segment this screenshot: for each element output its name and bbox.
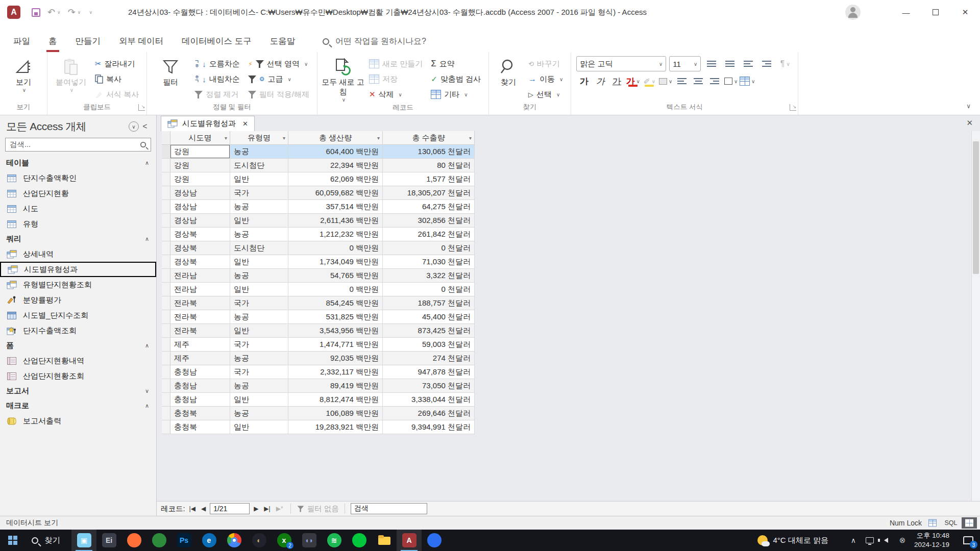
action-center-button[interactable]: 3 — [957, 530, 980, 551]
find-button[interactable]: 찾기 — [493, 56, 524, 87]
ribbon-tab-외부 데이터[interactable]: 외부 데이터 — [110, 31, 173, 52]
cell[interactable]: 18,305,207 천달러 — [383, 186, 475, 200]
column-filter-icon[interactable]: ▾ — [283, 135, 285, 141]
cell[interactable]: 전라북 — [170, 324, 230, 338]
new-record-button[interactable]: 새로 만들기 — [365, 56, 426, 71]
cell[interactable]: 강원 — [170, 172, 230, 186]
minimize-button[interactable]: — — [891, 0, 921, 24]
taskbar-app-discord[interactable]: ◖◗ — [297, 530, 322, 551]
redo-chevron-icon[interactable]: ∨ — [78, 10, 81, 15]
first-record-icon[interactable]: |◀ — [188, 505, 197, 512]
toggle-filter-button[interactable]: 필터 적용/해제 — [244, 87, 313, 102]
select-all-cell[interactable] — [162, 131, 170, 145]
cell[interactable]: 일반 — [230, 172, 288, 186]
account-icon[interactable] — [845, 5, 861, 20]
customize-qat-icon[interactable]: ∨ — [89, 10, 92, 15]
save-record-button[interactable]: 저장 — [365, 71, 426, 87]
row-selector[interactable] — [162, 159, 170, 172]
cell[interactable]: 1,474,771 백만원 — [288, 338, 383, 352]
numbering-button[interactable] — [722, 57, 738, 71]
column-header-총 수출량[interactable]: 총 수출량▾ — [383, 131, 475, 145]
cell[interactable]: 0 천달러 — [383, 241, 475, 255]
nav-item-유형별단지현황조회[interactable]: 유형별단지현황조회 — [0, 277, 156, 292]
nav-item-분양률평가[interactable]: 분양률평가 — [0, 292, 156, 308]
cell[interactable]: 19,283,921 백만원 — [288, 420, 383, 434]
cell[interactable]: 0 천달러 — [383, 283, 475, 296]
cell[interactable]: 1,577 천달러 — [383, 172, 475, 186]
gridlines-button[interactable]: ∨ — [723, 74, 739, 88]
row-selector[interactable] — [162, 420, 170, 434]
tell-me-search[interactable]: 어떤 작업을 원하시나요? — [323, 31, 426, 52]
cell[interactable]: 357,514 백만원 — [288, 200, 383, 214]
cell[interactable]: 604,400 백만원 — [288, 145, 383, 159]
cell[interactable]: 2,332,117 백만원 — [288, 365, 383, 379]
record-search-input[interactable]: 검색 — [351, 503, 427, 514]
background-color-button[interactable]: ∨ — [658, 74, 673, 88]
ribbon-tab-홈[interactable]: 홈 — [39, 31, 66, 52]
cell[interactable]: 45,400 천달러 — [383, 310, 475, 324]
nav-pane-menu-icon[interactable]: ∨ — [129, 121, 139, 132]
cell[interactable]: 전라남 — [170, 269, 230, 283]
cell[interactable]: 일반 — [230, 283, 288, 296]
datasheet-view-button[interactable] — [925, 517, 940, 529]
row-selector[interactable] — [162, 145, 170, 159]
selection-button[interactable]: ⚡ 선택 영역 ∨ — [244, 56, 313, 71]
cell[interactable]: 강원 — [170, 145, 230, 159]
replace-button[interactable]: ⟲ 바꾸기 — [525, 56, 567, 71]
no-filter-icon[interactable] — [297, 506, 304, 512]
taskbar-app-mail-app[interactable]: e — [197, 530, 222, 551]
cut-button[interactable]: ✂ 잘라내기 — [91, 56, 142, 71]
cell[interactable]: 일반 — [230, 214, 288, 228]
cell[interactable]: 강원 — [170, 159, 230, 172]
row-selector[interactable] — [162, 310, 170, 324]
column-filter-icon[interactable]: ▾ — [377, 135, 380, 141]
taskbar-app-xbox-app[interactable]: x2 — [272, 530, 297, 551]
cell[interactable]: 0 백만원 — [288, 283, 383, 296]
cell[interactable]: 일반 — [230, 393, 288, 407]
new-blank-record-icon[interactable]: ▶* — [275, 505, 285, 512]
column-header-유형명[interactable]: 유형명▾ — [230, 131, 288, 145]
align-center-button[interactable] — [691, 74, 706, 88]
last-record-icon[interactable]: ▶| — [262, 505, 272, 512]
cell[interactable]: 1,734,049 백만원 — [288, 255, 383, 269]
column-header-총 생산량[interactable]: 총 생산량▾ — [288, 131, 383, 145]
cell[interactable]: 2,611,436 백만원 — [288, 214, 383, 228]
row-selector[interactable] — [162, 228, 170, 241]
cell[interactable]: 충청남 — [170, 393, 230, 407]
cell[interactable]: 국가 — [230, 365, 288, 379]
weather-widget[interactable]: 4°C 대체로 맑음 — [757, 535, 842, 545]
decrease-indent-button[interactable] — [741, 57, 756, 71]
taskbar-app-photoshop[interactable]: Ps — [172, 530, 197, 551]
refresh-all-button[interactable]: 모두 새로 고침 ∨ — [322, 56, 364, 103]
cell[interactable]: 충청남 — [170, 379, 230, 393]
view-button[interactable]: 보기 ∨ — [4, 56, 43, 93]
cell[interactable]: 947,878 천달러 — [383, 365, 475, 379]
cell[interactable]: 59,003 천달러 — [383, 338, 475, 352]
taskbar-app-firefox-browser[interactable] — [121, 530, 146, 551]
alternate-row-color-button[interactable]: ∨ — [740, 74, 755, 88]
row-selector[interactable] — [162, 172, 170, 186]
nav-item-산업단지현황내역[interactable]: 산업단지현황내역 — [0, 353, 156, 368]
cell[interactable]: 3,338,044 천달러 — [383, 393, 475, 407]
cell[interactable]: 0 백만원 — [288, 241, 383, 255]
undo-icon[interactable]: ↶ — [47, 7, 55, 18]
column-header-시도명[interactable]: 시도명▾ — [170, 131, 230, 145]
delete-record-button[interactable]: ✕ 삭제 ∨ — [365, 87, 426, 102]
taskbar-app-file-explorer[interactable] — [372, 530, 397, 551]
cell[interactable]: 89,419 백만원 — [288, 379, 383, 393]
cell[interactable]: 일반 — [230, 420, 288, 434]
taskbar-app-chrome-browser[interactable] — [222, 530, 247, 551]
nav-item-상세내역[interactable]: 상세내역 — [0, 246, 156, 262]
undo-chevron-icon[interactable]: ∨ — [57, 10, 61, 15]
row-selector[interactable] — [162, 352, 170, 365]
close-button[interactable]: ✕ — [950, 0, 980, 24]
cell[interactable]: 60,059,682 백만원 — [288, 186, 383, 200]
cell[interactable]: 농공 — [230, 269, 288, 283]
row-selector[interactable] — [162, 283, 170, 296]
document-close-icon[interactable]: ✕ — [966, 118, 973, 128]
cell[interactable]: 국가 — [230, 338, 288, 352]
ribbon-tab-파일[interactable]: 파일 — [4, 31, 39, 52]
row-selector[interactable] — [162, 214, 170, 228]
nav-item-단지수출액조회[interactable]: 단지수출액조회 — [0, 323, 156, 338]
cell[interactable]: 64,275 천달러 — [383, 200, 475, 214]
